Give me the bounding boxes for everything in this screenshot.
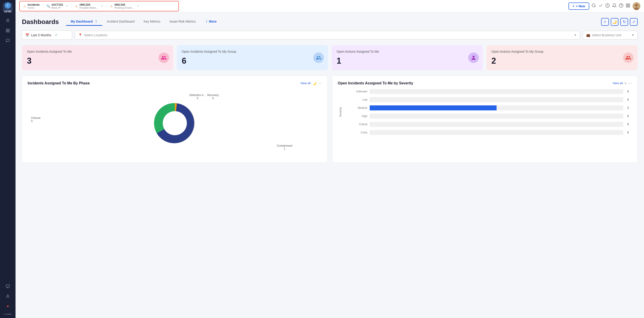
date-filter-value: Last 3 Months: [31, 33, 51, 37]
sidebar-monitor-icon[interactable]: [4, 282, 12, 290]
inc105-icon: ⚠: [110, 4, 113, 8]
tab-inc105[interactable]: ⚠ #INC105 Phishing Email I... ×: [108, 2, 142, 10]
bar-value-unknown: 0: [627, 90, 632, 93]
metric-label-incidents-me: Open Incidents Assigned To Me: [27, 50, 168, 54]
tab-act101-text: #ACT101 Block IP: [52, 3, 63, 9]
bars-area: Unknown 0 Low: [354, 89, 632, 135]
svg-rect-11: [628, 4, 630, 5]
more-dots-icon: ⋮: [205, 20, 208, 23]
severity-chart-header: Open Incidents Assigned To Me by Severit…: [338, 81, 632, 85]
bar-value-medium: 2: [627, 106, 632, 110]
sidebar-menu-icon[interactable]: ☰: [4, 16, 12, 25]
svg-point-18: [163, 111, 187, 135]
bar-row-medium: Medium 2: [354, 106, 632, 110]
metric-card-open-incidents-me[interactable]: Open Incidents Assigned To Me 3: [22, 45, 173, 70]
sidebar-chat-icon[interactable]: [4, 36, 12, 45]
my-dashboard-dot-menu[interactable]: ⋮: [94, 20, 98, 23]
recovery-label: Recovery 0: [207, 94, 219, 100]
svg-rect-12: [626, 6, 628, 7]
phase-donut-svg: [150, 98, 200, 148]
tab-divider-3: [106, 4, 107, 9]
business-chevron-icon: ▼: [632, 34, 634, 37]
metric-value-actions-group: 2: [492, 56, 633, 66]
phase-chart-more-icon[interactable]: ⋯: [318, 81, 322, 85]
svg-rect-1: [8, 29, 9, 30]
open-tabs-area: ⚠ Incidents Home 🔍 #ACT101 Block IP × ⚠: [19, 1, 179, 12]
sidebar-cyware-icon[interactable]: ✦: [4, 302, 12, 310]
tab-more[interactable]: ⋮ More: [200, 18, 221, 26]
bar-label-low: Low: [354, 98, 368, 101]
bar-row-high: High 0: [354, 114, 632, 118]
sidebar-user-icon[interactable]: [4, 292, 12, 300]
act101-icon: 🔍: [46, 4, 50, 8]
refresh-button[interactable]: ↻: [620, 18, 628, 26]
date-filter[interactable]: 📅 Last 3 Months ✓: [22, 30, 72, 40]
user-avatar[interactable]: [632, 2, 640, 10]
bar-track-unknown: [370, 89, 623, 94]
severity-chart-list-icon[interactable]: ≡: [624, 82, 626, 85]
tab-close-inc105[interactable]: ×: [137, 4, 140, 8]
dark-mode-button[interactable]: 🌙: [611, 18, 618, 26]
severity-chart-card: Open Incidents Assigned To Me by Severit…: [332, 76, 638, 163]
location-icon: 📍: [78, 33, 82, 37]
search-icon[interactable]: [592, 3, 596, 9]
tab-close-act101[interactable]: ×: [66, 4, 68, 8]
fullscreen-button[interactable]: ⤢: [630, 18, 638, 26]
tab-incident-dashboard[interactable]: Incident Dashboard: [102, 18, 139, 26]
phase-chart-moon-icon[interactable]: 🌙: [312, 82, 316, 85]
metrics-grid: Open Incidents Assigned To Me 3 Open Inc…: [22, 45, 638, 70]
main-content: ⚠ Incidents Home 🔍 #ACT101 Block IP × ⚠: [16, 0, 644, 318]
tab-label-act101: #ACT101: [52, 3, 63, 6]
location-filter[interactable]: 📍 Select Locations ▼: [75, 31, 580, 40]
bar-value-low: 0: [627, 98, 632, 101]
dashboard-tabs: My Dashboard ⋮ Incident Dashboard Key Me…: [66, 18, 221, 26]
date-check-icon: ✓: [55, 33, 58, 37]
help-icon[interactable]: [619, 3, 624, 9]
phase-chart-card: Incidents Assigned To Me By Phase View a…: [22, 76, 328, 163]
bell-icon[interactable]: [612, 3, 616, 9]
bar-row-critical: Critical 0: [354, 122, 632, 127]
severity-chart-actions: View all ≡ ⋯: [612, 81, 632, 85]
checkmark-icon[interactable]: [598, 3, 603, 9]
svg-point-15: [635, 4, 638, 6]
tab-key-metrics[interactable]: Key Metrics: [139, 18, 165, 26]
tab-close-inc104[interactable]: ×: [100, 4, 104, 8]
chart-grid: Unknown 0 Low: [354, 89, 632, 135]
metric-value-incidents-group: 6: [182, 56, 323, 66]
severity-chart-more-icon[interactable]: ⋯: [628, 81, 632, 85]
bar-label-crisis: Crisis: [354, 131, 368, 134]
phase-view-all[interactable]: View all: [300, 82, 310, 85]
bar-value-crisis: 0: [627, 131, 632, 134]
metric-icon-incidents-me: [158, 52, 169, 63]
add-widget-button[interactable]: +: [601, 18, 609, 26]
timer-icon[interactable]: [605, 3, 610, 9]
y-axis-label: Severity: [339, 107, 342, 117]
sidebar-bottom: ✦ CYWARE: [4, 282, 12, 315]
brand-label: CYWARE: [4, 313, 12, 315]
metric-label-actions-me: Open Actions Assigned To Me: [336, 50, 478, 54]
app-logo[interactable]: C CFTR: [3, 3, 13, 13]
bar-track-low: [370, 97, 623, 102]
tab-inc105-text: #INC105 Phishing Email I...: [114, 3, 134, 9]
inc104-icon: ⚠: [75, 4, 78, 8]
new-button[interactable]: + + New: [568, 2, 589, 10]
tab-incidents-home[interactable]: ⚠ Incidents Home: [21, 2, 42, 10]
tab-act101[interactable]: 🔍 #ACT101 Block IP ×: [44, 2, 71, 10]
tab-asset-risk-metrics[interactable]: Asset Risk Metrics: [165, 18, 200, 26]
detection-label: Detection A... 0: [190, 94, 206, 100]
bar-track-medium: [370, 106, 623, 110]
dashboard-action-buttons: + 🌙 ↻ ⤢: [601, 18, 638, 26]
svg-rect-0: [6, 29, 7, 30]
tab-sublabel-home: Home: [28, 6, 40, 9]
metric-card-open-actions-group[interactable]: Open Actions Assigned To My Group 2: [486, 45, 638, 70]
tab-my-dashboard[interactable]: My Dashboard ⋮: [66, 18, 102, 26]
new-button-icon: +: [572, 4, 574, 8]
severity-view-all[interactable]: View all: [612, 82, 623, 85]
sidebar-dashboard-icon[interactable]: [4, 26, 12, 35]
grid-icon[interactable]: [626, 3, 630, 9]
metric-card-open-actions-me[interactable]: Open Actions Assigned To Me 1: [332, 45, 483, 70]
tab-inc104[interactable]: ⚠ #INC104 Possible Malici... ×: [73, 2, 106, 10]
business-unit-filter[interactable]: 💼 Select Business Unit ▼: [583, 31, 638, 40]
logo-text: CFTR: [4, 10, 11, 13]
metric-card-open-incidents-group[interactable]: Open Incidents Assigned To My Group 6: [177, 45, 328, 70]
